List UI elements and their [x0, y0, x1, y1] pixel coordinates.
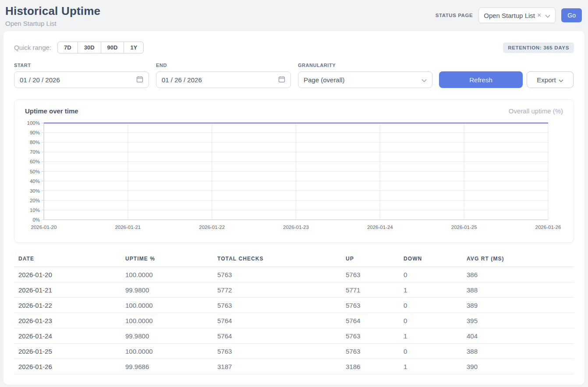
table-cell: 5771: [341, 282, 399, 298]
status-page-label: STATUS PAGE: [436, 13, 473, 18]
granularity-selected-value: Page (overall): [304, 76, 344, 84]
table-cell: 1: [399, 282, 462, 298]
uptime-chart-card: Uptime over time Overall uptime (%) 0%10…: [14, 99, 574, 243]
svg-text:20%: 20%: [30, 198, 40, 203]
table-cell: 99.9800: [121, 282, 213, 298]
chevron-down-icon: [422, 76, 427, 84]
calendar-icon[interactable]: [136, 76, 143, 84]
quick-range-1y-button[interactable]: 1Y: [124, 42, 144, 53]
table-cell: 2026-01-25: [14, 344, 121, 359]
table-cell: 2026-01-20: [14, 267, 121, 282]
svg-text:2026-01-26: 2026-01-26: [535, 225, 561, 230]
table-cell: 389: [462, 298, 574, 313]
status-page-select[interactable]: Open Startup List ×: [478, 7, 556, 23]
table-cell: 3187: [213, 359, 341, 374]
svg-text:10%: 10%: [30, 208, 40, 213]
table-cell: 1: [399, 328, 462, 344]
go-button[interactable]: Go: [561, 8, 582, 22]
svg-text:2026-01-22: 2026-01-22: [199, 225, 225, 230]
end-date-input[interactable]: 01 / 26 / 2026: [156, 71, 291, 88]
table-cell: 2026-01-21: [14, 282, 121, 298]
table-cell: 100.0000: [121, 298, 213, 313]
chart-header: Uptime over time Overall uptime (%): [25, 107, 563, 115]
table-row: 2026-01-2699.9686318731861390: [14, 359, 574, 374]
granularity-field: GRANULARITY Page (overall): [298, 63, 432, 88]
page-title-block: Historical Uptime Open Startup List: [5, 4, 100, 27]
refresh-button[interactable]: Refresh: [439, 71, 523, 88]
svg-text:2026-01-25: 2026-01-25: [451, 225, 477, 230]
table-cell: 0: [399, 313, 462, 328]
table-cell: 5763: [341, 328, 399, 344]
main-panel: Quick range: 7D 30D 90D 1Y RETENTION: 36…: [4, 31, 584, 385]
table-header-row: DATE UPTIME % TOTAL CHECKS UP DOWN AVG R…: [14, 253, 574, 267]
filters-row: START 01 / 20 / 2026 END 01 / 26 / 2026 …: [14, 63, 574, 88]
chart-title: Uptime over time: [25, 107, 78, 115]
column-header-up: UP: [341, 253, 399, 267]
svg-text:40%: 40%: [30, 179, 40, 184]
granularity-label: GRANULARITY: [298, 63, 432, 68]
svg-text:2026-01-20: 2026-01-20: [31, 225, 57, 230]
table-cell: 5763: [213, 267, 341, 282]
table-row: 2026-01-2199.9800577257711388: [14, 282, 574, 298]
clear-icon[interactable]: ×: [537, 12, 541, 19]
svg-text:2026-01-24: 2026-01-24: [367, 225, 393, 230]
svg-text:100%: 100%: [27, 120, 40, 126]
export-button[interactable]: Export: [527, 71, 574, 88]
svg-text:60%: 60%: [30, 159, 40, 164]
quick-range-7d-button[interactable]: 7D: [57, 42, 78, 53]
table-cell: 390: [462, 359, 574, 374]
chevron-down-icon: [545, 12, 550, 19]
table-cell: 388: [462, 282, 574, 298]
page-header: Historical Uptime Open Startup List STAT…: [0, 0, 588, 31]
end-date-value: 01 / 26 / 2026: [162, 76, 202, 84]
svg-text:50%: 50%: [30, 169, 40, 174]
column-header-avg-rt: AVG RT (MS): [462, 253, 574, 267]
uptime-chart: 0%10%20%30%40%50%60%70%80%90%100%2026-01…: [25, 119, 563, 233]
end-label: END: [156, 63, 291, 68]
svg-text:2026-01-21: 2026-01-21: [115, 225, 141, 230]
table-cell: 3186: [341, 359, 399, 374]
chevron-down-icon: [559, 76, 563, 84]
granularity-select[interactable]: Page (overall): [298, 71, 432, 88]
table-cell: 5764: [213, 328, 341, 344]
table-row: 2026-01-22100.0000576357630389: [14, 298, 574, 313]
table-cell: 404: [462, 328, 574, 344]
svg-text:80%: 80%: [30, 140, 40, 145]
svg-text:0%: 0%: [32, 217, 40, 222]
uptime-table-body: 2026-01-20100.00005763576303862026-01-21…: [14, 267, 574, 374]
table-cell: 100.0000: [121, 313, 213, 328]
start-date-input[interactable]: 01 / 20 / 2026: [14, 71, 149, 88]
uptime-table: DATE UPTIME % TOTAL CHECKS UP DOWN AVG R…: [14, 253, 574, 374]
quick-range-90d-button[interactable]: 90D: [101, 42, 124, 53]
table-cell: 0: [399, 298, 462, 313]
column-header-down: DOWN: [399, 253, 462, 267]
table-cell: 388: [462, 344, 574, 359]
table-cell: 395: [462, 313, 574, 328]
table-cell: 5764: [341, 313, 399, 328]
start-date-field: START 01 / 20 / 2026: [14, 63, 149, 88]
column-header-uptime-pct: UPTIME %: [121, 253, 213, 267]
status-page-selected-value: Open Startup List: [484, 12, 535, 19]
quick-range-group: 7D 30D 90D 1Y: [57, 42, 144, 53]
quick-range-30d-button[interactable]: 30D: [78, 42, 101, 53]
export-button-label: Export: [537, 76, 556, 84]
chart-area: 0%10%20%30%40%50%60%70%80%90%100%2026-01…: [25, 119, 563, 235]
page-subtitle: Open Startup List: [5, 20, 100, 27]
table-cell: 5763: [213, 344, 341, 359]
table-cell: 1: [399, 359, 462, 374]
retention-badge: RETENTION: 365 DAYS: [503, 42, 574, 53]
table-row: 2026-01-23100.0000576457640395: [14, 313, 574, 328]
table-row: 2026-01-20100.0000576357630386: [14, 267, 574, 282]
table-cell: 5763: [341, 267, 399, 282]
table-cell: 2026-01-22: [14, 298, 121, 313]
chart-legend-label: Overall uptime (%): [509, 107, 563, 115]
table-cell: 2026-01-23: [14, 313, 121, 328]
calendar-icon[interactable]: [278, 76, 285, 84]
table-cell: 0: [399, 344, 462, 359]
table-cell: 100.0000: [121, 344, 213, 359]
table-cell: 5763: [213, 298, 341, 313]
table-cell: 5763: [341, 344, 399, 359]
end-date-field: END 01 / 26 / 2026: [156, 63, 291, 88]
svg-text:2026-01-23: 2026-01-23: [283, 225, 309, 230]
table-cell: 5764: [213, 313, 341, 328]
